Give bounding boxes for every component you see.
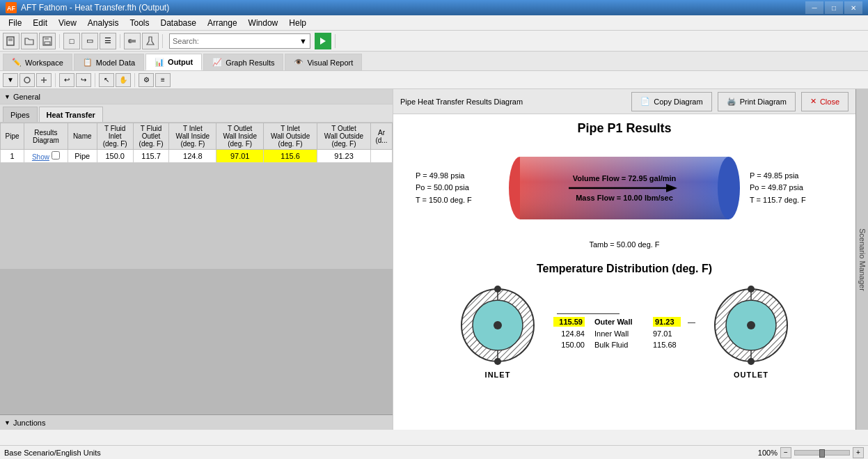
col-results-diagram: ResultsDiagram (24, 123, 68, 150)
sec-btn-undo[interactable]: ↩ (59, 73, 74, 87)
sub-tab-heat-transfer-label: Heat Transfer (47, 111, 95, 119)
heat-transfer-table: Pipe ResultsDiagram Name T FluidInlet(de… (0, 123, 393, 163)
sec-btn-1[interactable]: ▼ (3, 73, 18, 87)
left-po: Po = 50.00 psia (416, 182, 499, 194)
app-icon: AF (6, 2, 17, 13)
main-content: ▼ General Pipes Heat Transfer Pipe Resul… (0, 89, 868, 430)
outlet-cross-section: OUTLET (709, 283, 793, 379)
cell-t-inlet-wall-inside: 124.8 (169, 150, 216, 163)
col-name: Name (68, 123, 97, 150)
inner-wall-label: Inner Wall (594, 329, 643, 338)
toolbar-save[interactable] (39, 33, 56, 49)
cell-name: Pipe (68, 150, 97, 163)
tab-workspace[interactable]: ✏️ Workspace (3, 54, 72, 70)
toolbar-rect2[interactable]: ▭ (81, 33, 98, 49)
data-table-container: Pipe ResultsDiagram Name T FluidInlet(de… (0, 123, 393, 269)
menu-window[interactable]: Window (243, 17, 284, 29)
cell-t-outlet-wall-inside: 97.01 (216, 150, 264, 163)
print-diagram-button[interactable]: 🖨️ Print Diagram (718, 92, 796, 111)
scenario-manager-sidebar[interactable]: Scenario Manager (855, 89, 868, 430)
show-diagram-button[interactable]: Show (32, 153, 49, 161)
tab-output[interactable]: 📊 Output (145, 54, 202, 70)
diagram-header: Pipe Heat Transfer Results Diagram 📄 Cop… (393, 89, 855, 114)
sec-btn-3[interactable] (36, 73, 52, 87)
tab-workspace-label: Workspace (25, 59, 63, 67)
inlet-bulk-val: 150.00 (553, 341, 585, 349)
minimize-button[interactable]: ─ (805, 1, 823, 14)
inlet-label: INLET (485, 371, 511, 379)
outlet-label: OUTLET (734, 371, 768, 379)
sec-btn-settings[interactable]: ⚙ (139, 73, 154, 87)
temp-row-inner-wall: 124.84 Inner Wall 97.01 (553, 329, 695, 338)
menu-database[interactable]: Database (155, 17, 202, 29)
sec-btn-list[interactable]: ≡ (155, 73, 171, 87)
svg-rect-2 (7, 37, 14, 45)
search-dropdown-icon[interactable]: ▼ (299, 37, 307, 45)
sub-tab-heat-transfer[interactable]: Heat Transfer (39, 107, 103, 122)
maximize-button[interactable]: □ (825, 1, 843, 14)
workspace-icon: ✏️ (12, 58, 22, 67)
right-p: P = 49.85 psia (750, 170, 833, 182)
close-diagram-button[interactable]: ✕ Close (801, 92, 849, 111)
svg-point-17 (718, 157, 740, 219)
cell-t-fluid-outlet: 115.7 (133, 150, 169, 163)
sec-btn-redo[interactable]: ↪ (76, 73, 91, 87)
menu-tools[interactable]: Tools (125, 17, 155, 29)
sec-btn-2[interactable] (19, 73, 35, 87)
temp-row-outer-wall: 115.59 Outer Wall 91.23 — (553, 317, 695, 327)
search-box[interactable]: Search: ▼ (169, 33, 310, 49)
toolbar-lines[interactable]: ☰ (100, 33, 116, 49)
title-text: AFT Fathom - Heat Transfer.fth (Output) (21, 3, 169, 13)
col-t-fluid-inlet: T FluidInlet(deg. F) (97, 123, 133, 150)
left-panel: ▼ General Pipes Heat Transfer Pipe Resul… (0, 89, 393, 430)
title-bar: AF AFT Fathom - Heat Transfer.fth (Outpu… (0, 0, 868, 15)
toolbar: □ ▭ ☰ Search: ▼ (0, 31, 868, 52)
secondary-toolbar: ▼ ↩ ↪ ↖ ✋ ⚙ ≡ (0, 71, 868, 89)
toolbar-flask[interactable] (142, 33, 159, 49)
cell-ar (371, 150, 393, 163)
cell-show-diagram[interactable]: Show (24, 150, 68, 163)
toolbar-pipe[interactable] (124, 33, 141, 49)
col-t-fluid-outlet: T FluidOutlet(deg. F) (133, 123, 169, 150)
diagram-actions: 📄 Copy Diagram 🖨️ Print Diagram ✕ Close (631, 92, 849, 111)
cell-t-outlet-wall-outside: 91.23 (317, 150, 371, 163)
outlet-cross-section-svg (709, 283, 793, 367)
svg-rect-6 (45, 37, 49, 40)
col-t-inlet-wall-outside: T InletWall Outside(deg. F) (264, 123, 317, 150)
menu-file[interactable]: File (3, 17, 27, 29)
cell-t-inlet-wall-outside: 115.6 (264, 150, 317, 163)
run-button[interactable] (315, 33, 331, 49)
general-arrow-icon: ▼ (4, 93, 10, 100)
outer-wall-label: Outer Wall (594, 318, 643, 326)
search-input[interactable] (202, 37, 299, 45)
menu-edit[interactable]: Edit (27, 17, 53, 29)
menu-help[interactable]: Help (283, 17, 312, 29)
toolbar-new[interactable] (3, 33, 19, 49)
tab-model-data[interactable]: 📋 Model Data (74, 54, 144, 70)
visual-report-icon: 👁️ (294, 58, 303, 67)
toolbar-open[interactable] (21, 33, 38, 49)
menu-analysis[interactable]: Analysis (82, 17, 125, 29)
sec-btn-hand[interactable]: ✋ (116, 73, 131, 87)
menu-arrange[interactable]: Arrange (202, 17, 243, 29)
diagram-checkbox[interactable] (52, 151, 60, 160)
close-button[interactable]: ✕ (844, 1, 862, 14)
tab-output-label: Output (168, 58, 193, 66)
inlet-cross-section-svg (456, 283, 539, 367)
pipe-right-info: P = 49.85 psia Po = 49.87 psia T = 115.7… (750, 170, 833, 207)
junctions-section-header[interactable]: ▼ Junctions (0, 414, 393, 430)
pipe-diagram-svg: Volume Flow = 72.95 gal/min Mass Flow = … (499, 146, 750, 230)
sec-btn-cursor[interactable]: ↖ (99, 73, 114, 87)
menu-view[interactable]: View (53, 17, 82, 29)
tab-visual-report[interactable]: 👁️ Visual Report (285, 54, 362, 70)
outlet-bulk-val: 115.68 (653, 341, 681, 349)
svg-rect-9 (130, 40, 136, 42)
tab-graph-results[interactable]: 📈 Graph Results (203, 54, 283, 70)
temp-dist-container: INLET 115.59 Outer Wall 91.23 — (456, 283, 793, 379)
svg-point-25 (494, 321, 502, 329)
general-section-header[interactable]: ▼ General (0, 89, 393, 104)
sub-tab-pipes[interactable]: Pipes (3, 107, 38, 122)
svg-point-33 (747, 321, 755, 329)
copy-diagram-button[interactable]: 📄 Copy Diagram (631, 92, 711, 111)
toolbar-rect[interactable]: □ (63, 33, 80, 49)
